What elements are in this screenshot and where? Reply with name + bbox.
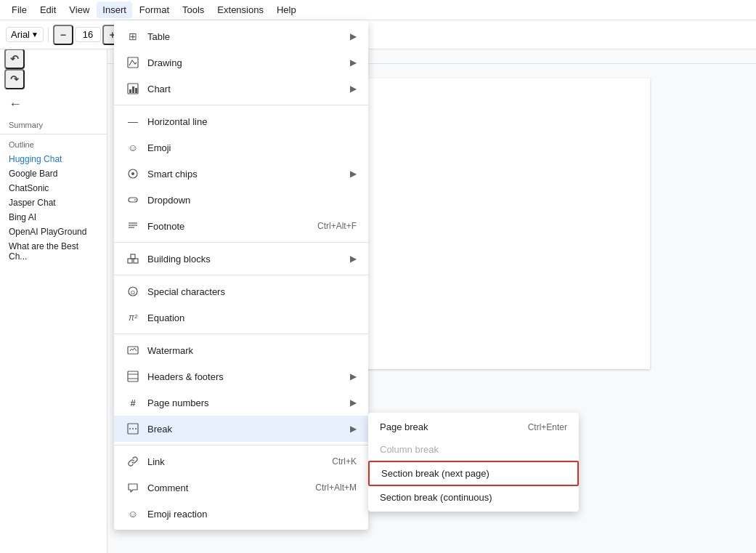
toolbar-sep-1 [48,28,49,42]
menu-div-1 [114,105,368,105]
insert-emoji-reaction-item[interactable]: ☺ Emoji reaction [114,501,368,527]
insert-emoji-item[interactable]: ☺ Emoji [114,134,368,161]
undo-button[interactable]: ↶ [4,49,25,69]
insert-table-item[interactable]: ⊞ Table ▶ [114,23,368,49]
insert-menu: ⊞ Table ▶ Drawing ▶ Chart ▶ — Horizontal… [114,20,368,530]
insert-headers-footers-item[interactable]: Headers & footers ▶ [114,363,368,389]
font-size-value[interactable]: 16 [75,27,101,42]
outline-item-chatsonic[interactable]: ChatSonic [0,181,107,195]
menu-view[interactable]: View [63,1,95,18]
insert-drawing-item[interactable]: Drawing ▶ [114,49,368,76]
page-break-item[interactable]: Page break Ctrl+Enter [368,416,579,438]
sidebar: ☰ Menus ↶ ↷ ← Summary Outline Hugging Ch… [0,20,107,553]
horizontal-line-label: Horizontal line [147,116,357,127]
svg-rect-4 [135,88,137,93]
link-label: Link [147,456,326,467]
table-arrow: ▶ [350,31,357,41]
section-break-next-label: Section break (next page) [381,468,566,479]
svg-text:Ω: Ω [131,289,135,296]
insert-smart-chips-item[interactable]: Smart chips ▶ [114,161,368,187]
insert-break-item[interactable]: Break ▶ [114,416,368,442]
emoji-label: Emoji [147,142,357,153]
footnote-shortcut: Ctrl+Alt+F [317,221,357,231]
insert-dropdown-item[interactable]: Dropdown [114,187,368,213]
insert-building-blocks-item[interactable]: Building blocks ▶ [114,246,368,272]
outline-label: Outline [0,137,107,152]
special-chars-icon: Ω [126,284,140,299]
outline-item-openai-playground[interactable]: OpenAI PlayGround [0,225,107,239]
watermark-label: Watermark [147,345,357,356]
insert-watermark-item[interactable]: Watermark [114,337,368,363]
insert-horizontal-line-item[interactable]: — Horizontal line [114,108,368,134]
table-label: Table [147,31,347,42]
emoji-reaction-icon: ☺ [126,506,140,521]
column-break-label: Column break [380,444,567,455]
building-blocks-label: Building blocks [147,254,347,265]
outline-item-bing-ai[interactable]: Bing AI [0,210,107,225]
menu-edit[interactable]: Edit [34,1,62,18]
emoji-reaction-label: Emoji reaction [147,509,357,520]
font-size-decrease[interactable]: − [53,25,73,45]
page-break-label: Page break [380,421,528,432]
building-blocks-arrow: ▶ [350,254,357,264]
comment-shortcut: Ctrl+Alt+M [315,483,357,493]
insert-comment-item[interactable]: Comment Ctrl+Alt+M [114,475,368,501]
break-label: Break [147,424,347,435]
menu-extensions[interactable]: Extensions [211,1,269,18]
section-break-next-item[interactable]: Section break (next page) [368,461,579,486]
table-icon: ⊞ [126,29,140,44]
chart-icon [126,81,140,96]
chart-arrow: ▶ [350,84,357,94]
outline-item-google-bard[interactable]: Google Bard [0,166,107,181]
menu-tools[interactable]: Tools [176,1,210,18]
menu-div-3 [114,275,368,275]
page-numbers-label: Page numbers [147,397,347,408]
break-arrow: ▶ [350,424,357,434]
redo-button[interactable]: ↷ [4,69,25,89]
menu-format[interactable]: Format [134,1,175,18]
smart-chips-label: Smart chips [147,169,347,179]
font-selector[interactable]: Arial ▼ [6,27,44,42]
page-numbers-arrow: ▶ [350,397,357,408]
link-icon [126,454,140,469]
menu-insert[interactable]: Insert [97,1,132,18]
page-numbers-icon: # [126,395,140,410]
insert-footnote-item[interactable]: Footnote Ctrl+Alt+F [114,213,368,239]
dropdown-icon [126,193,140,207]
back-button[interactable]: ← [0,92,107,116]
headers-footers-icon [126,369,140,384]
section-break-continuous-label: Section break (continuous) [380,492,567,503]
sidebar-divider-1 [0,134,107,134]
back-icon: ← [9,97,22,112]
outline-item-best-ch[interactable]: What are the Best Ch... [0,239,107,264]
menu-file[interactable]: File [6,1,33,18]
summary-label: Summary [0,116,107,131]
insert-page-numbers-item[interactable]: # Page numbers ▶ [114,389,368,416]
footnote-label: Footnote [147,221,312,232]
emoji-icon: ☺ [126,140,140,155]
headers-footers-label: Headers & footers [147,371,347,382]
menu-bar: File Edit View Insert Format Tools Exten… [0,0,756,20]
outline-item-hugging-chat[interactable]: Hugging Chat [0,152,107,166]
menu-help[interactable]: Help [271,1,302,18]
insert-special-chars-item[interactable]: Ω Special characters [114,278,368,304]
column-break-item[interactable]: Column break [368,438,579,461]
drawing-label: Drawing [147,57,347,68]
comment-icon-menu [126,480,140,495]
equation-icon: π² [126,310,140,325]
section-break-continuous-item[interactable]: Section break (continuous) [368,486,579,509]
page-break-shortcut: Ctrl+Enter [528,422,567,432]
smart-chips-arrow: ▶ [350,169,357,179]
insert-link-item[interactable]: Link Ctrl+K [114,448,368,475]
svg-rect-17 [128,371,138,382]
insert-equation-item[interactable]: π² Equation [114,304,368,331]
undo-redo-area: ↶ ↷ [0,46,107,92]
menu-div-2 [114,242,368,243]
break-icon [126,421,140,436]
insert-chart-item[interactable]: Chart ▶ [114,76,368,102]
link-shortcut: Ctrl+K [332,456,357,467]
font-dropdown-icon: ▼ [31,31,38,39]
font-name: Arial [11,29,30,40]
svg-rect-13 [131,254,135,259]
outline-item-jasper-chat[interactable]: Jasper Chat [0,195,107,210]
